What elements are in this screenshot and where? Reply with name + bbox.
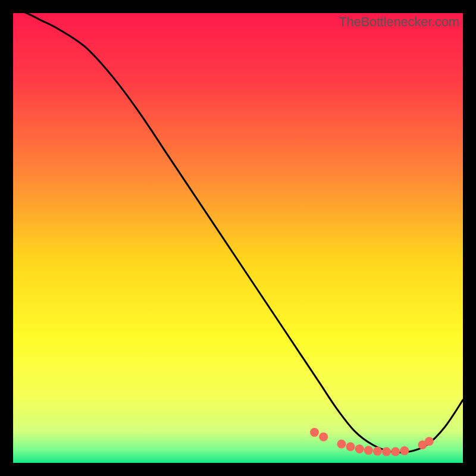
chart-svg <box>13 13 463 463</box>
marker-point <box>382 447 391 456</box>
marker-point <box>319 433 328 441</box>
chart-frame: TheBottlenecker.com <box>13 13 463 463</box>
watermark-label: TheBottlenecker.com <box>339 14 459 30</box>
gradient-background <box>13 13 463 463</box>
marker-point <box>391 447 400 456</box>
marker-point <box>364 446 373 455</box>
marker-point <box>400 446 409 455</box>
marker-point <box>346 442 355 451</box>
marker-point <box>425 437 434 446</box>
marker-point <box>373 447 382 456</box>
marker-point <box>337 440 346 449</box>
marker-point <box>355 444 364 453</box>
marker-point <box>310 428 319 437</box>
